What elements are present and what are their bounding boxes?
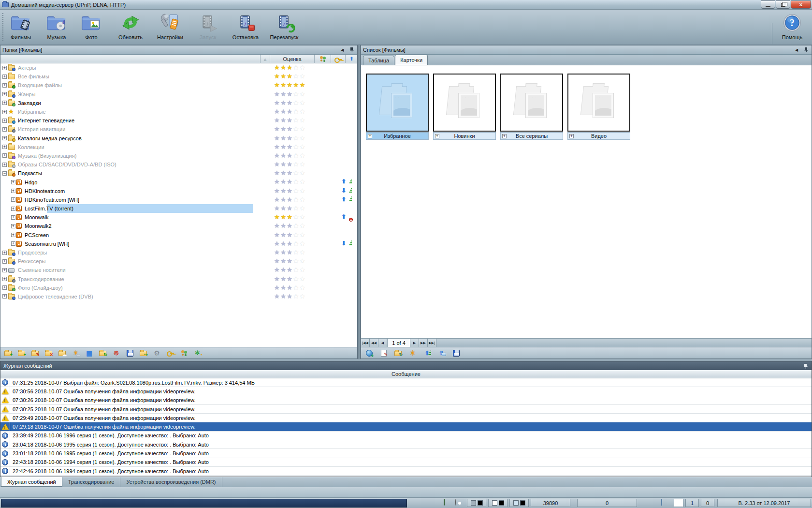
rating-stars[interactable]: ★★★★★	[274, 117, 306, 124]
folder-card[interactable]: + Видео	[567, 74, 630, 140]
music-toolbar-button[interactable]: ♪ Музыка	[42, 12, 72, 43]
settings-toolbar-button[interactable]: Настройки	[151, 12, 189, 43]
restore-button[interactable]	[776, 0, 790, 9]
help-button[interactable]: ? Помощь	[775, 12, 809, 43]
expand-card-button[interactable]: +	[368, 134, 372, 138]
tree-item[interactable]: + PCScreen★★★★★	[0, 231, 357, 239]
expand-toggle[interactable]: +	[2, 75, 7, 79]
card-caption[interactable]: + Избранное	[366, 132, 429, 140]
tree-item[interactable]: + LostFilm.TV (torrent)★★★★★	[0, 204, 357, 213]
folder-cloud-icon[interactable]: ☁	[58, 349, 66, 357]
color-pair-1[interactable]	[467, 499, 486, 507]
weather-icon[interactable]: ☀☁	[72, 349, 80, 357]
expand-toggle[interactable]: +	[11, 224, 15, 228]
expand-toggle[interactable]: +	[2, 153, 7, 158]
log-row[interactable]: 23:01:18 2018-10-06 1995 серия (1 сезон)…	[0, 449, 812, 458]
image-updown-icon[interactable]: ⇅	[437, 349, 446, 357]
tree-item[interactable]: + HDKinoteatr.com★★★★★⬇	[0, 187, 357, 195]
collapse-panel-button[interactable]: ◀	[338, 46, 346, 53]
rating-stars[interactable]: ★★★★★	[274, 64, 306, 72]
expand-toggle[interactable]: +	[2, 92, 7, 96]
tree-item[interactable]: + Съемные носители★★★★★	[0, 266, 357, 274]
save-icon[interactable]	[126, 349, 134, 357]
card-preview[interactable]	[500, 74, 563, 132]
expand-toggle[interactable]: +	[2, 294, 7, 299]
rating-stars[interactable]: ★★★★★	[274, 266, 306, 274]
refresh-toolbar-button[interactable]: Обновить	[113, 12, 148, 43]
expand-toggle[interactable]: +	[2, 145, 7, 149]
tab-transcoding[interactable]: Транскодирование	[62, 477, 121, 487]
delete-folder-icon[interactable]: ✕	[44, 349, 53, 357]
rating-stars[interactable]: ★★★★★	[274, 108, 306, 116]
tree-item[interactable]: + Режиссеры★★★★★	[0, 257, 357, 266]
log-row[interactable]: 22:42:46 2018-10-06 1994 серия (1 сезон)…	[0, 467, 812, 476]
edit-folder-icon[interactable]: ✎	[31, 349, 39, 357]
expand-toggle[interactable]: +	[2, 66, 7, 70]
expand-toggle[interactable]: +	[11, 197, 15, 202]
column-header-name[interactable]	[0, 55, 261, 63]
palm-icon[interactable]: ✻▪	[193, 349, 202, 357]
tree-item[interactable]: + Все фильмы★★★★★	[0, 72, 357, 81]
rating-stars[interactable]: ★★★★★	[274, 134, 306, 142]
tree-item[interactable]: + Интернет телевидение★★★★★	[0, 116, 357, 125]
tree-item[interactable]: + Seasonvar.ru [WH]★★★★★⬇	[0, 239, 357, 248]
expand-toggle[interactable]: +	[2, 127, 7, 132]
close-button[interactable]: ×	[791, 0, 811, 9]
tree-item[interactable]: + ★Избранные★★★★★	[0, 107, 357, 116]
log-row[interactable]: 07:30:25 2018-10-07 Ошибка получения фай…	[0, 405, 812, 414]
expand-card-button[interactable]: +	[435, 134, 439, 138]
color-pair-3[interactable]	[509, 499, 529, 507]
plugin-icon[interactable]	[444, 499, 445, 505]
tree-item[interactable]: + Фото (Слайд-шоу)★★★★★	[0, 284, 357, 292]
expand-toggle[interactable]: +	[2, 136, 7, 140]
rating-stars[interactable]: ★★★★★	[274, 152, 306, 160]
tree-item[interactable]: + Образы CD/SACD/DVD/DVD-A/BD (ISO)★★★★★	[0, 160, 357, 169]
key-icon[interactable]	[166, 349, 174, 357]
rating-stars[interactable]: ★★★★★	[274, 213, 306, 221]
rating-stars[interactable]: ★★★★★	[274, 169, 306, 177]
collapse-list-button[interactable]: ◀	[793, 46, 800, 53]
folder-card[interactable]: + Новинки	[433, 74, 496, 140]
rating-stars[interactable]: ★★★★★	[274, 99, 306, 107]
expand-card-button[interactable]: +	[502, 134, 507, 138]
rating-stars[interactable]: ★★★★★	[274, 231, 306, 239]
tab-message-log[interactable]: Журнал сообщений	[1, 477, 62, 487]
color-wheel-icon[interactable]	[455, 499, 456, 505]
move-up-icon[interactable]: ⬆	[341, 178, 352, 186]
card-preview[interactable]	[366, 74, 429, 132]
rating-stars[interactable]: ★★★★★	[274, 257, 306, 265]
move-up-blocked-icon[interactable]: ⬆	[341, 213, 352, 221]
pin-log-button[interactable]	[802, 363, 810, 370]
log-row[interactable]: 23:04:18 2018-10-06 1995 серия (1 сезон)…	[0, 440, 812, 449]
first-page-button[interactable]: |◀◀	[361, 339, 370, 347]
log-row[interactable]: 07:30:26 2018-10-07 Ошибка получения фай…	[0, 396, 812, 405]
rating-stars[interactable]: ★★★★★	[274, 73, 306, 80]
folder-recycle-icon[interactable]: ↻	[394, 349, 402, 357]
fast-forward-button[interactable]: ▶▶	[419, 339, 428, 347]
tree-item[interactable]: + Актеры★★★★★	[0, 63, 357, 72]
expand-toggle[interactable]: +	[2, 285, 7, 290]
expand-toggle[interactable]: +	[11, 241, 15, 246]
tree-item[interactable]: + Входящие файлы★★★★★	[0, 81, 357, 90]
restart-toolbar-button[interactable]: ♪ Перезапуск	[265, 12, 304, 43]
log-row[interactable]: 22:42:46 2018-10-06 1994 серия (1 сезон)…	[0, 476, 812, 477]
tab-playback-devices[interactable]: Устройства воспроизведения (DMR)	[120, 477, 222, 487]
toolbar-grip[interactable]	[2, 13, 4, 41]
rating-stars[interactable]: ★★★★★	[274, 284, 306, 292]
expand-toggle[interactable]: +	[2, 268, 7, 272]
next-page-button[interactable]: ▶	[410, 339, 419, 347]
rating-stars[interactable]: ★★★★★	[274, 249, 306, 256]
tree-item[interactable]: + Цифровое телевидение (DVB)★★★★★	[0, 292, 357, 301]
move-down-icon[interactable]: ⬇	[341, 187, 352, 195]
rating-stars[interactable]: ★★★★★	[274, 143, 306, 151]
last-page-button[interactable]: ▶▶|	[428, 339, 436, 347]
add-resource-icon[interactable]: +	[4, 349, 12, 357]
log-column-header[interactable]: Сообщение	[0, 370, 812, 378]
expand-toggle[interactable]: +	[2, 277, 7, 281]
sun-effects-icon[interactable]: ☀	[408, 349, 417, 357]
photo-toolbar-button[interactable]: Фото	[76, 12, 106, 43]
rating-stars[interactable]: ★★★★★	[274, 81, 306, 89]
move-up-icon[interactable]: ⬆	[341, 196, 352, 204]
tab-table[interactable]: Таблица	[363, 56, 394, 65]
column-header-access[interactable]	[331, 55, 346, 63]
